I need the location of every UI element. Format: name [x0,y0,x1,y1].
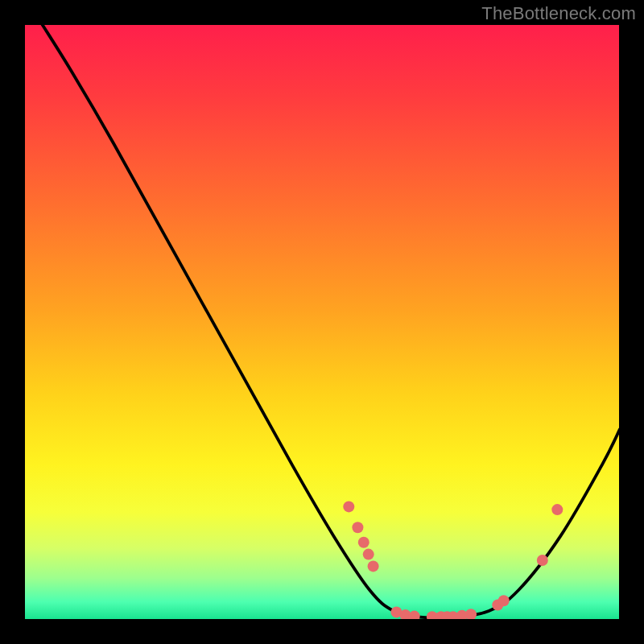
data-marker [537,555,548,566]
data-marker [368,560,379,572]
data-marker [551,504,563,515]
bottleneck-chart [0,0,644,644]
chart-frame: TheBottleneck.com [0,0,644,644]
data-marker [498,595,510,606]
data-marker [358,537,369,548]
data-marker [352,522,363,533]
data-marker [343,501,354,512]
plot-background [24,24,620,620]
data-marker [465,609,477,620]
data-marker [363,549,374,560]
